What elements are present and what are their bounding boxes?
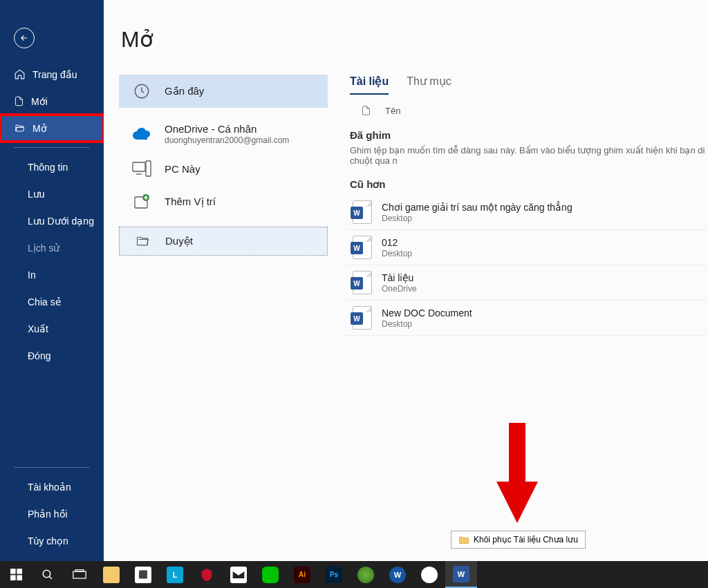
location-list: Gần đây OneDrive - Cá nhân duonghuyentra… bbox=[119, 75, 328, 256]
file-name: Tài liệu bbox=[382, 272, 417, 283]
nav-close[interactable]: Đóng bbox=[0, 342, 104, 369]
backstage-sidebar: Trang đầu Mới Mở Thông tin Lưu Lưu Dưới … bbox=[0, 0, 104, 561]
content-panel: Tài liệu Thư mục Tên Đã ghim Ghim tệp bạ… bbox=[346, 75, 708, 561]
taskbar-app-ai[interactable]: Ai bbox=[286, 561, 318, 588]
column-header[interactable]: Tên bbox=[346, 104, 708, 117]
nav-feedback[interactable]: Phản hồi bbox=[0, 500, 104, 527]
recover-unsaved-button[interactable]: Khôi phục Tài liệu Chưa lưu bbox=[451, 531, 586, 549]
windows-icon bbox=[10, 569, 22, 580]
file-location: OneDrive bbox=[382, 284, 417, 294]
tabs: Tài liệu Thư mục bbox=[346, 75, 708, 95]
taskbar-app-mail[interactable] bbox=[223, 561, 254, 588]
location-onedrive[interactable]: OneDrive - Cá nhân duonghuyentran2000@gm… bbox=[119, 116, 328, 152]
nav-new-label: Mới bbox=[31, 96, 48, 107]
location-onedrive-title: OneDrive - Cá nhân bbox=[165, 123, 289, 135]
taskview-icon bbox=[73, 569, 86, 580]
nav-save[interactable]: Lưu bbox=[0, 180, 104, 207]
file-row[interactable]: W 012Desktop bbox=[346, 230, 708, 265]
svg-rect-13 bbox=[75, 569, 84, 571]
folder-open-icon bbox=[14, 123, 26, 133]
recover-button-label: Khôi phục Tài liệu Chưa lưu bbox=[474, 535, 578, 544]
taskview-button[interactable] bbox=[64, 561, 95, 588]
file-name: 012 bbox=[382, 237, 412, 248]
section-older: Cũ hơn bbox=[350, 178, 708, 191]
nav-separator bbox=[14, 467, 90, 468]
nav-open-label: Mở bbox=[32, 123, 47, 134]
svg-point-11 bbox=[43, 570, 50, 578]
file-location: Desktop bbox=[382, 319, 472, 329]
word-doc-icon: W bbox=[353, 236, 372, 259]
section-pinned: Đã ghim bbox=[350, 129, 708, 141]
file-name: Chơi game giải trí sau một ngày căng thẳ… bbox=[382, 202, 572, 213]
taskbar: ⬛ L Ai Ps W ✂ W bbox=[0, 561, 708, 588]
search-icon bbox=[41, 569, 54, 581]
file-location: Desktop bbox=[382, 214, 572, 223]
nav-open[interactable]: Mở bbox=[0, 115, 104, 142]
document-icon bbox=[361, 104, 371, 117]
location-thispc[interactable]: PC Này bbox=[119, 152, 328, 185]
back-button[interactable] bbox=[14, 28, 35, 48]
nav-info[interactable]: Thông tin bbox=[0, 153, 104, 180]
nav-separator bbox=[14, 147, 90, 148]
tab-folders[interactable]: Thư mục bbox=[407, 75, 451, 95]
cloud-icon bbox=[131, 127, 152, 141]
svg-rect-12 bbox=[73, 571, 86, 578]
folder-icon bbox=[133, 234, 151, 248]
folder-icon bbox=[458, 535, 469, 544]
pc-icon bbox=[132, 160, 151, 177]
document-icon bbox=[14, 95, 24, 107]
file-row[interactable]: W Tài liệuOneDrive bbox=[346, 265, 708, 301]
file-row[interactable]: W New DOC DocumentDesktop bbox=[346, 301, 708, 336]
nav-options[interactable]: Tùy chọn bbox=[0, 527, 104, 554]
file-name: New DOC Document bbox=[382, 307, 472, 319]
tab-documents[interactable]: Tài liệu bbox=[350, 75, 389, 95]
page-title: Mở bbox=[104, 0, 708, 65]
location-thispc-label: PC Này bbox=[165, 163, 201, 175]
location-addplace[interactable]: Thêm Vị trí bbox=[119, 185, 328, 218]
column-name-label: Tên bbox=[385, 106, 400, 116]
svg-rect-5 bbox=[509, 423, 525, 485]
taskbar-app-store[interactable]: ⬛ bbox=[127, 561, 159, 588]
start-button[interactable] bbox=[0, 561, 32, 588]
taskbar-app-mcafee[interactable] bbox=[191, 561, 223, 588]
main-panel: Mở Gần đây OneDrive - Cá nhân duonghuyen… bbox=[104, 0, 708, 561]
word-doc-icon: W bbox=[353, 271, 372, 294]
clock-icon bbox=[133, 82, 151, 100]
nav-account[interactable]: Tài khoản bbox=[0, 473, 104, 500]
file-location: Desktop bbox=[382, 249, 412, 258]
nav-export[interactable]: Xuất bbox=[0, 315, 104, 342]
taskbar-app-wps[interactable]: W bbox=[382, 561, 413, 588]
location-recent[interactable]: Gần đây bbox=[119, 75, 328, 108]
nav-home-label: Trang đầu bbox=[32, 69, 77, 80]
home-icon bbox=[14, 68, 26, 80]
taskbar-app-ps[interactable]: Ps bbox=[318, 561, 350, 588]
svg-rect-1 bbox=[133, 162, 145, 171]
nav-saveas[interactable]: Lưu Dưới dạng bbox=[0, 207, 104, 234]
taskbar-app-coccoc[interactable] bbox=[350, 561, 382, 588]
nav-share[interactable]: Chia sẻ bbox=[0, 288, 104, 315]
nav-home[interactable]: Trang đầu bbox=[0, 61, 104, 88]
svg-rect-2 bbox=[146, 161, 151, 176]
annotation-arrow bbox=[490, 423, 545, 527]
location-addplace-label: Thêm Vị trí bbox=[165, 196, 216, 208]
svg-rect-7 bbox=[10, 569, 16, 574]
pinned-help-text: Ghim tệp bạn muốn tìm dễ dàng sau này. B… bbox=[350, 145, 708, 166]
search-button[interactable] bbox=[32, 561, 64, 588]
svg-rect-9 bbox=[10, 575, 16, 580]
location-browse[interactable]: Duyệt bbox=[119, 227, 328, 256]
nav-new[interactable]: Mới bbox=[0, 88, 104, 115]
file-row[interactable]: W Chơi game giải trí sau một ngày căng t… bbox=[346, 195, 708, 230]
location-onedrive-sub: duonghuyentran2000@gmail.com bbox=[165, 135, 289, 145]
taskbar-app-explorer[interactable] bbox=[95, 561, 127, 588]
add-place-icon bbox=[133, 193, 151, 211]
word-doc-icon: W bbox=[353, 200, 372, 224]
nav-history[interactable]: Lịch sử bbox=[0, 234, 104, 261]
taskbar-app-word[interactable]: W bbox=[445, 561, 477, 588]
svg-marker-6 bbox=[496, 482, 538, 523]
taskbar-app-l[interactable]: L bbox=[159, 561, 191, 588]
taskbar-app-snip[interactable]: ✂ bbox=[413, 561, 445, 588]
taskbar-app-line[interactable] bbox=[254, 561, 286, 588]
svg-rect-8 bbox=[17, 569, 22, 574]
arrow-left-icon bbox=[19, 33, 29, 43]
nav-print[interactable]: In bbox=[0, 261, 104, 288]
